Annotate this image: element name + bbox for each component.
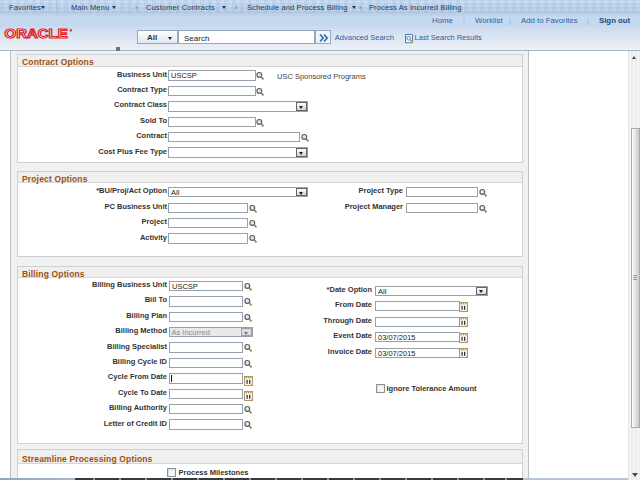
svg-text:ORACLE: ORACLE — [5, 28, 68, 41]
